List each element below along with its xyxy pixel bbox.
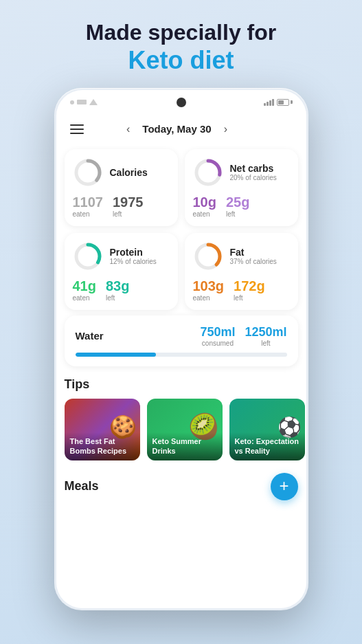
tip-card-3-overlay: Keto: Expectation vs Reality [229, 432, 305, 460]
tip-card-1[interactable]: The Best Fat Bombs Recipes [65, 399, 140, 460]
water-left-group: 1250ml left [245, 325, 286, 347]
netcarbs-card-header: Net carbs 20% of calories [193, 157, 290, 188]
battery-fill [278, 100, 284, 104]
calories-title-area: Calories [110, 167, 148, 178]
protein-title-area: Protein 12% of calories [110, 247, 157, 265]
protein-left-label: left [106, 294, 129, 302]
status-rect [77, 100, 87, 104]
fat-card-header: Fat 37% of calories [193, 241, 290, 271]
add-meal-button[interactable]: + [271, 473, 298, 500]
status-bar [56, 90, 306, 115]
netcarbs-left-label: left [226, 210, 249, 218]
tips-section-title: Tips [56, 373, 306, 399]
header-line2: Keto diet [86, 45, 276, 75]
water-card: Water 750ml consumed 1250ml left [65, 315, 298, 366]
fat-eaten-label: eaten [193, 294, 225, 302]
tip-card-3[interactable]: Keto: Expectation vs Reality [229, 399, 305, 460]
netcarbs-left-group: 25g left [226, 195, 249, 218]
protein-eaten-group: 41g eaten [73, 278, 96, 302]
meals-section-title: Meals [65, 479, 99, 493]
signal-bar-4 [272, 99, 274, 106]
tip-card-1-overlay: The Best Fat Bombs Recipes [65, 432, 140, 460]
app-content: ‹ Today, May 30 › [56, 115, 306, 608]
netcarbs-eaten-group: 10g eaten [193, 195, 216, 218]
header-line1: Made specially for [86, 19, 276, 45]
protein-subtitle: 12% of calories [110, 258, 157, 265]
protein-eaten-label: eaten [73, 294, 96, 302]
date-label: Today, May 30 [142, 123, 211, 135]
signal-bars [264, 99, 274, 106]
calories-left-label: left [113, 210, 144, 218]
calories-eaten-group: 1107 eaten [73, 195, 104, 218]
fat-left-label: left [234, 294, 265, 302]
tip-card-2-overlay: Keto Summer Drinks [147, 432, 223, 460]
protein-left-group: 83g left [106, 278, 129, 302]
netcarbs-card: Net carbs 20% of calories 10g eaten 25g … [185, 149, 298, 226]
fat-eaten-value: 103g [193, 278, 225, 294]
fat-left-group: 172g left [234, 278, 265, 302]
nav-bar: ‹ Today, May 30 › [56, 115, 306, 144]
fat-left-value: 172g [234, 278, 265, 294]
tip-card-3-label: Keto: Expectation vs Reality [235, 436, 299, 456]
protein-card-header: Protein 12% of calories [73, 241, 170, 271]
status-left [70, 99, 98, 105]
fat-subtitle: 37% of calories [230, 258, 277, 265]
water-card-top: Water 750ml consumed 1250ml left [76, 325, 287, 347]
netcarbs-title-area: Net carbs 20% of calories [230, 163, 277, 181]
signal-bar-1 [264, 103, 266, 106]
calories-eaten-value: 1107 [73, 195, 104, 210]
fat-values: 103g eaten 172g left [193, 278, 290, 302]
fat-card: Fat 37% of calories 103g eaten 172g left [185, 233, 298, 310]
water-consumed-value: 750ml [200, 325, 235, 339]
calories-card-header: Calories [73, 157, 170, 188]
water-values: 750ml consumed 1250ml left [200, 325, 286, 347]
hamburger-menu[interactable] [70, 124, 84, 134]
water-consumed-group: 750ml consumed [200, 325, 235, 347]
calories-title: Calories [110, 167, 148, 178]
calories-eaten-label: eaten [73, 210, 104, 218]
phone-frame: ‹ Today, May 30 › [54, 88, 308, 610]
netcarbs-left-value: 25g [226, 195, 249, 210]
hamburger-line-2 [70, 129, 84, 130]
tips-scroll: The Best Fat Bombs Recipes Keto Summer D… [56, 399, 306, 469]
protein-left-value: 83g [106, 278, 129, 294]
add-icon: + [279, 478, 289, 494]
fat-eaten-group: 103g eaten [193, 278, 225, 302]
tip-card-2-label: Keto Summer Drinks [152, 436, 217, 456]
next-date-button[interactable]: › [220, 122, 231, 137]
battery-tip [291, 100, 293, 104]
netcarbs-title: Net carbs [230, 163, 277, 174]
battery-body [277, 99, 289, 106]
battery-icon [277, 99, 293, 106]
protein-card: Protein 12% of calories 41g eaten 83g le… [65, 233, 178, 310]
fat-title-area: Fat 37% of calories [230, 247, 277, 265]
date-nav: ‹ Today, May 30 › [122, 122, 231, 137]
fat-title: Fat [230, 247, 277, 258]
netcarbs-eaten-label: eaten [193, 210, 216, 218]
prev-date-button[interactable]: ‹ [122, 122, 134, 137]
calories-values: 1107 eaten 1975 left [73, 195, 170, 218]
meals-section: Meals + [56, 469, 306, 507]
calories-card: Calories 1107 eaten 1975 left [65, 149, 178, 226]
calories-left-value: 1975 [113, 195, 144, 210]
tip-card-2[interactable]: Keto Summer Drinks [147, 399, 223, 460]
app-header: Made specially for Keto diet [72, 0, 290, 82]
netcarbs-ring [193, 157, 223, 188]
water-progress-bar [76, 353, 287, 357]
protein-title: Protein [110, 247, 157, 258]
protein-values: 41g eaten 83g left [73, 278, 170, 302]
signal-bar-2 [267, 102, 269, 106]
netcarbs-eaten-value: 10g [193, 195, 216, 210]
status-right [264, 99, 293, 106]
status-dot [70, 100, 74, 104]
camera-notch [177, 98, 186, 107]
water-progress-fill [76, 353, 156, 357]
phone-screen: ‹ Today, May 30 › [56, 90, 306, 608]
protein-eaten-value: 41g [73, 278, 96, 294]
calories-left-group: 1975 left [113, 195, 144, 218]
status-triangle [89, 99, 98, 105]
water-consumed-label: consumed [200, 340, 235, 347]
water-left-label: left [245, 340, 286, 347]
tip-card-1-label: The Best Fat Bombs Recipes [70, 436, 135, 456]
netcarbs-subtitle: 20% of calories [230, 174, 277, 181]
